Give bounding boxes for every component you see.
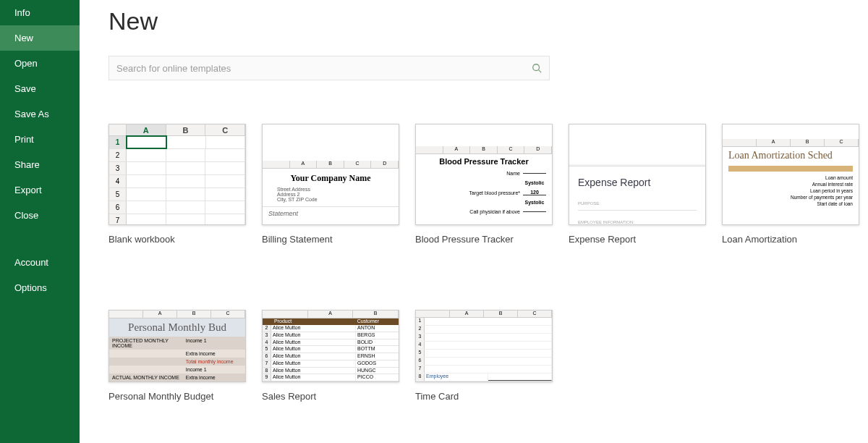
thumb-sales-report: AB ProductCustomer 2Alice MuttonANTON 3A… <box>262 310 399 382</box>
row-header: 2 <box>109 149 127 161</box>
template-search-box[interactable] <box>109 56 550 80</box>
search-input[interactable] <box>116 63 532 74</box>
sidebar-item-open[interactable]: Open <box>0 51 80 76</box>
row-header: 7 <box>109 214 127 225</box>
col-header: A <box>127 125 166 135</box>
expense-sub: PURPOSE: <box>569 201 705 206</box>
svg-line-1 <box>539 70 542 73</box>
svg-point-0 <box>533 64 540 71</box>
thumb-blank-workbook: A B C 1 2 3 4 5 6 7 <box>109 124 246 225</box>
sidebar-item-account[interactable]: Account <box>0 250 80 275</box>
template-card-expense-report[interactable]: Expense Report PURPOSE: EMPLOYEE INFORMA… <box>569 124 706 245</box>
sidebar-spacer <box>0 228 80 250</box>
loan-label: Loan amount <box>723 175 859 180</box>
template-label: Personal Monthly Budget <box>109 391 246 402</box>
template-card-blood-pressure-tracker[interactable]: ABCD Blood Pressure Tracker Name Systoli… <box>415 124 553 245</box>
template-label: Loan Amortization <box>722 234 859 245</box>
bp-title: Blood Pressure Tracker <box>416 157 552 166</box>
sidebar-item-save-as[interactable]: Save As <box>0 101 80 127</box>
page-title: New <box>109 7 839 35</box>
main-content: New A B C 1 2 <box>80 0 868 443</box>
thumb-blood-pressure-tracker: ABCD Blood Pressure Tracker Name Systoli… <box>415 124 553 225</box>
template-label: Blood Pressure Tracker <box>415 234 553 245</box>
billing-line: Street Address <box>263 187 399 192</box>
sidebar-item-export[interactable]: Export <box>0 177 80 203</box>
sidebar-item-print[interactable]: Print <box>0 127 80 152</box>
thumb-personal-monthly-budget: ABC Personal Monthly Bud PROJECTED MONTH… <box>109 310 246 382</box>
search-icon[interactable] <box>532 63 542 73</box>
template-label: Expense Report <box>569 234 706 245</box>
row-header: 6 <box>109 201 127 214</box>
thumb-billing-statement: ABCD Your Company Name Street Address Ad… <box>262 124 399 225</box>
loan-strip <box>728 166 853 172</box>
templates-row-1: A B C 1 2 3 4 5 6 7 Blank workbook <box>109 124 839 245</box>
template-card-personal-monthly-budget[interactable]: ABC Personal Monthly Bud PROJECTED MONTH… <box>109 310 246 402</box>
template-label: Billing Statement <box>262 234 399 245</box>
billing-line: City, ST ZIP Code <box>263 197 399 202</box>
template-card-blank-workbook[interactable]: A B C 1 2 3 4 5 6 7 Blank workbook <box>109 124 246 245</box>
expense-title: Expense Report <box>569 166 705 195</box>
template-card-loan-amortization[interactable]: ABC Loan Amortization Sched Loan amount … <box>722 124 859 245</box>
loan-title: Loan Amortization Sched <box>723 147 859 164</box>
sidebar-item-info[interactable]: Info <box>0 0 80 25</box>
row-header: 4 <box>109 175 127 187</box>
sidebar-item-options[interactable]: Options <box>0 275 80 300</box>
pmb-title: Personal Monthly Bud <box>109 318 245 337</box>
template-label: Blank workbook <box>109 234 246 245</box>
template-card-time-card[interactable]: ABC 1 2 3 4 5 6 7 8Employee Time Card <box>415 310 553 402</box>
templates-row-2: ABC Personal Monthly Bud PROJECTED MONTH… <box>109 310 839 402</box>
billing-footer: Statement <box>263 206 399 217</box>
sidebar-item-save[interactable]: Save <box>0 76 80 101</box>
thumb-time-card: ABC 1 2 3 4 5 6 7 8Employee <box>415 310 553 382</box>
loan-label: Start date of loan <box>723 201 859 206</box>
template-label: Sales Report <box>262 391 399 402</box>
template-label: Time Card <box>415 391 553 402</box>
row-header: 5 <box>109 188 127 201</box>
sidebar-item-new[interactable]: New <box>0 25 80 51</box>
billing-line: Address 2 <box>263 192 399 197</box>
template-card-sales-report[interactable]: AB ProductCustomer 2Alice MuttonANTON 3A… <box>262 310 399 402</box>
template-card-billing-statement[interactable]: ABCD Your Company Name Street Address Ad… <box>262 124 399 245</box>
expense-sub: EMPLOYEE INFORMATION: <box>569 220 705 224</box>
loan-label: Number of payments per year <box>723 195 859 200</box>
loan-label: Annual interest rate <box>723 182 859 187</box>
row-header: 3 <box>109 162 127 174</box>
loan-label: Loan period in years <box>723 188 859 193</box>
row-header: 1 <box>109 136 127 148</box>
billing-company-name: Your Company Name <box>263 173 399 184</box>
sidebar-item-share[interactable]: Share <box>0 152 80 177</box>
col-header: B <box>166 125 206 135</box>
backstage-sidebar: Info New Open Save Save As Print Share E… <box>0 0 80 443</box>
col-header: C <box>205 125 245 135</box>
thumb-expense-report: Expense Report PURPOSE: EMPLOYEE INFORMA… <box>569 124 706 225</box>
thumb-loan-amortization: ABC Loan Amortization Sched Loan amount … <box>722 124 859 225</box>
sidebar-item-close[interactable]: Close <box>0 203 80 228</box>
